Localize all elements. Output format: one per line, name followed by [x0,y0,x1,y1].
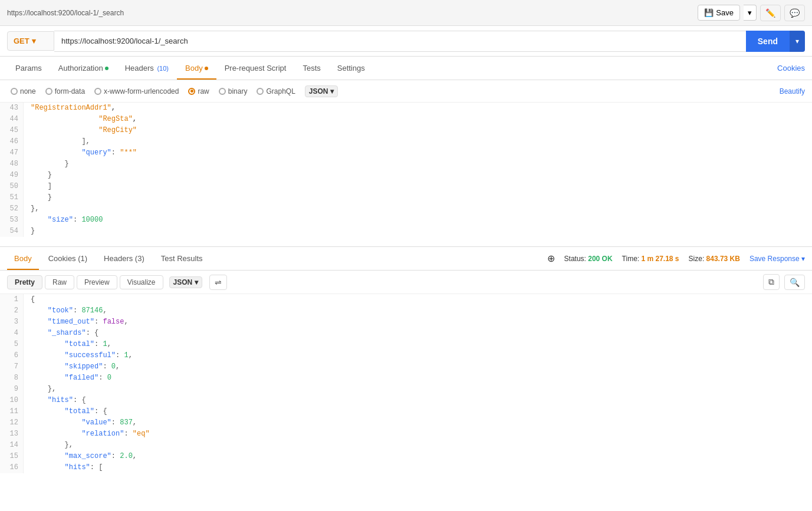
title-bar: https://localhost:9200/local-1/_search 💾… [0,0,812,26]
resp-line-13: 13 "relation": "eq" [0,428,812,440]
body-type-binary[interactable]: binary [215,87,251,95]
resp-line-10: 10 "hits": { [0,395,812,406]
body-type-urlencoded[interactable]: x-www-form-urlencoded [91,87,182,95]
body-dot [205,67,208,70]
response-tabs: Body Cookies (1) Headers (3) Test Result… [0,247,812,271]
code-line-47: 47 "query": "**" [0,147,812,159]
resp-line-6: 6 "successful": 1, [0,350,812,361]
resp-line-14: 14 }, [0,440,812,451]
resp-line-1: 1 { [0,294,812,305]
title-url: https://localhost:9200/local-1/_search [7,9,124,17]
resp-line-5: 5 "total": 1, [0,339,812,350]
body-type-form-data[interactable]: form-data [42,87,88,95]
code-line-52: 52 }, [0,203,812,215]
method-select[interactable]: GET ▾ [7,31,54,51]
resp-tab-headers[interactable]: Headers (3) [97,248,152,270]
code-line-46: 46 ], [0,136,812,147]
resp-line-12: 12 "value": 837, [0,417,812,428]
resp-line-7: 7 "skipped": 0, [0,361,812,372]
status-info: ⊕ Status: 200 OK Time: 1 m 27.18 s Size:… [547,253,805,264]
resp-line-11: 11 "total": { [0,406,812,417]
save-response-button[interactable]: Save Response ▾ [749,255,805,263]
code-line-45: 45 "RegCity" [0,125,812,136]
tab-params[interactable]: Params [7,58,50,80]
fmt-tab-raw[interactable]: Raw [45,275,74,289]
method-chevron-icon: ▾ [32,37,36,45]
radio-raw [188,88,195,95]
method-label: GET [14,37,29,45]
body-type-raw[interactable]: raw [185,87,212,95]
fmt-tab-pretty[interactable]: Pretty [7,275,42,289]
size-label: Size: 843.73 KB [689,255,740,263]
wrap-lines-button[interactable]: ⇌ [209,275,227,290]
authorization-dot [105,67,109,70]
resp-line-15: 15 "max_score": 2.0, [0,451,812,462]
status-value: 200 OK [588,255,612,263]
status-icon: ⊕ [547,253,555,264]
size-value: 843.73 KB [706,255,740,263]
tab-authorization[interactable]: Authorization [50,58,117,80]
send-dropdown-button[interactable]: ▾ [790,31,805,52]
request-tabs: Params Authorization Headers (10) Body P… [0,57,812,80]
code-line-48: 48 } [0,159,812,170]
body-type-selector: none form-data x-www-form-urlencoded raw… [0,80,812,103]
headers-badge: (10) [157,65,169,72]
format-tabs: Pretty Raw Preview Visualize JSON ▾ ⇌ ⧉ … [0,271,812,294]
cookies-link[interactable]: Cookies [777,64,805,72]
resp-line-9: 9 }, [0,384,812,395]
response-body[interactable]: 1 { 2 "took": 87146, 3 "timed_out": fals… [0,294,812,511]
time-label: Time: 1 m 27.18 s [622,255,679,263]
code-line-53: 53 "size": 10000 [0,215,812,226]
body-type-graphql[interactable]: GraphQL [253,87,298,95]
url-bar: GET ▾ Send ▾ [0,26,812,57]
beautify-button[interactable]: Beautify [780,87,805,95]
code-line-44: 44 "RegSta", [0,114,812,125]
status-label: Status: 200 OK [564,255,613,263]
resp-tab-cookies[interactable]: Cookies (1) [41,248,94,270]
code-line-43: 43 "RegistrationAddr1", [0,103,812,114]
radio-form-data [45,88,52,95]
copy-button[interactable]: ⧉ [763,274,780,290]
title-actions: 💾 Save ▾ ✏️ 💬 [698,5,805,21]
resp-line-16: 16 "hits": [ [0,462,812,473]
url-input[interactable] [54,31,746,52]
time-value: 1 m 27.18 s [641,255,679,263]
resp-line-8: 8 "failed": 0 [0,372,812,384]
response-json-dropdown[interactable]: JSON ▾ [169,276,202,288]
tab-body[interactable]: Body [177,58,216,80]
body-type-none[interactable]: none [7,87,40,95]
code-line-49: 49 } [0,170,812,181]
search-button[interactable]: 🔍 [784,275,805,290]
save-icon: 💾 [704,8,714,17]
save-dropdown-button[interactable]: ▾ [744,5,757,21]
resp-tab-body[interactable]: Body [7,248,39,270]
resp-line-4: 4 "_shards": { [0,328,812,339]
fmt-tab-preview[interactable]: Preview [77,275,117,289]
radio-urlencoded [94,88,101,95]
request-body-editor[interactable]: 43 "RegistrationAddr1", 44 "RegSta", 45 … [0,103,812,247]
json-dropdown[interactable]: JSON ▾ [305,85,338,97]
tab-settings[interactable]: Settings [329,58,373,80]
comment-button[interactable]: 💬 [784,5,805,21]
code-line-50: 50 ] [0,181,812,192]
resp-line-3: 3 "timed_out": false, [0,317,812,328]
resp-line-2: 2 "took": 87146, [0,305,812,317]
send-main-button[interactable]: Send [746,31,790,52]
save-button[interactable]: 💾 Save [698,5,740,21]
send-button[interactable]: Send ▾ [746,31,805,52]
radio-none [11,88,18,95]
code-line-54: 54 } [0,226,812,237]
tab-tests[interactable]: Tests [294,58,328,80]
radio-binary [219,88,226,95]
tab-headers[interactable]: Headers (10) [117,58,177,80]
fmt-tab-visualize[interactable]: Visualize [120,275,163,289]
tab-pre-request[interactable]: Pre-request Script [216,58,295,80]
radio-graphql [257,88,264,95]
resp-tab-test-results[interactable]: Test Results [154,248,210,270]
code-line-51: 51 } [0,192,812,203]
edit-button[interactable]: ✏️ [760,5,781,21]
